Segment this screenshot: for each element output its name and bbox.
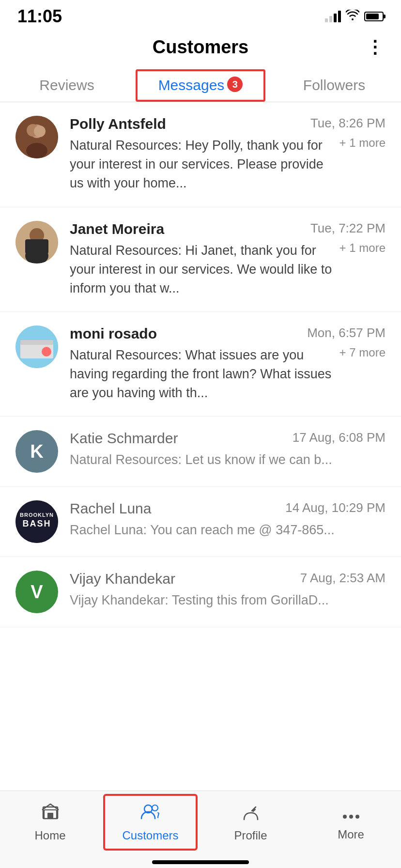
message-header-row: Katie Schmarder 17 Aug, 6:08 PM xyxy=(70,430,386,447)
list-item[interactable]: Polly Antsfeld Tue, 8:26 PM Natural Reso… xyxy=(0,102,401,207)
avatar: V xyxy=(15,571,58,613)
message-preview: Natural Resources: What issues are you h… xyxy=(70,346,335,403)
message-list: Polly Antsfeld Tue, 8:26 PM Natural Reso… xyxy=(0,102,401,627)
message-header-row: Vijay Khandekar 7 Aug, 2:53 AM xyxy=(70,571,386,587)
svg-point-2 xyxy=(26,143,47,158)
battery-icon xyxy=(364,12,384,21)
message-time: 7 Aug, 2:53 AM xyxy=(300,571,386,586)
message-header-row: moni rosado Mon, 6:57 PM xyxy=(70,326,386,342)
signal-icon xyxy=(325,11,341,22)
tabs-container: Reviews Messages3 Followers xyxy=(0,65,401,102)
message-preview: Vijay Khandekar: Testing this from Goril… xyxy=(70,591,386,610)
message-time: Tue, 8:26 PM xyxy=(310,116,386,131)
message-more: + 7 more xyxy=(339,346,386,359)
header: Customers ⋮ xyxy=(0,29,401,65)
message-time: Mon, 6:57 PM xyxy=(307,326,386,341)
status-time: 11:05 xyxy=(17,6,62,27)
svg-rect-11 xyxy=(20,340,53,345)
sender-name: Polly Antsfeld xyxy=(70,116,166,132)
message-preview: Rachel Luna: You can reach me @ 347-865.… xyxy=(70,521,386,540)
list-item[interactable]: Janet Moreira Tue, 7:22 PM Natural Resou… xyxy=(0,207,401,312)
status-bar: 11:05 xyxy=(0,0,401,29)
sender-name: moni rosado xyxy=(70,326,157,342)
list-item[interactable]: K Katie Schmarder 17 Aug, 6:08 PM Natura… xyxy=(0,417,401,487)
page-title: Customers xyxy=(153,37,249,58)
customers-icon xyxy=(140,802,161,825)
sender-name: Katie Schmarder xyxy=(70,430,178,447)
avatar xyxy=(15,221,58,264)
svg-point-24 xyxy=(349,815,353,819)
message-time: Tue, 7:22 PM xyxy=(310,221,386,236)
message-content: Rachel Luna 14 Aug, 10:29 PM Rachel Luna… xyxy=(70,500,386,540)
list-item[interactable]: moni rosado Mon, 6:57 PM Natural Resourc… xyxy=(0,312,401,417)
svg-text:BROOKLYN: BROOKLYN xyxy=(20,512,54,518)
message-more: + 1 more xyxy=(339,241,386,255)
home-indicator xyxy=(152,860,249,864)
messages-badge: 3 xyxy=(227,77,243,92)
svg-point-23 xyxy=(343,815,347,819)
svg-rect-8 xyxy=(25,239,48,254)
message-content: Katie Schmarder 17 Aug, 6:08 PM Natural … xyxy=(70,430,386,469)
home-icon xyxy=(41,802,60,825)
nav-item-more[interactable]: More xyxy=(301,791,401,853)
nav-item-home[interactable]: Home xyxy=(0,791,100,853)
message-content: moni rosado Mon, 6:57 PM Natural Resourc… xyxy=(70,326,386,403)
nav-label-home: Home xyxy=(34,829,65,842)
profile-icon xyxy=(242,802,260,825)
tab-followers[interactable]: Followers xyxy=(267,65,401,102)
message-meta: Rachel Luna: You can reach me @ 347-865.… xyxy=(70,521,386,540)
sender-name: Vijay Khandekar xyxy=(70,571,175,587)
bottom-nav: Home Customers Profile xyxy=(0,790,401,868)
svg-rect-17 xyxy=(47,813,53,819)
message-time: 17 Aug, 6:08 PM xyxy=(293,430,386,445)
svg-point-4 xyxy=(34,125,46,137)
more-icon xyxy=(342,804,360,824)
avatar: K xyxy=(15,430,58,473)
message-preview: Natural Resources: Let us know if we can… xyxy=(70,450,386,469)
avatar: BROOKLYN BASH xyxy=(15,500,58,543)
nav-label-customers: Customers xyxy=(122,829,178,842)
avatar xyxy=(15,116,58,158)
svg-point-20 xyxy=(152,805,158,811)
svg-text:BASH: BASH xyxy=(22,519,51,528)
message-content: Polly Antsfeld Tue, 8:26 PM Natural Reso… xyxy=(70,116,386,193)
message-header-row: Rachel Luna 14 Aug, 10:29 PM xyxy=(70,500,386,517)
sender-name: Janet Moreira xyxy=(70,221,164,237)
svg-point-25 xyxy=(355,815,359,819)
tab-messages[interactable]: Messages3 xyxy=(134,65,267,102)
list-item[interactable]: BROOKLYN BASH Rachel Luna 14 Aug, 10:29 … xyxy=(0,487,401,557)
sender-name: Rachel Luna xyxy=(70,500,151,517)
message-content: Vijay Khandekar 7 Aug, 2:53 AM Vijay Kha… xyxy=(70,571,386,610)
nav-label-more: More xyxy=(338,828,364,841)
message-content: Janet Moreira Tue, 7:22 PM Natural Resou… xyxy=(70,221,386,298)
nav-item-profile[interactable]: Profile xyxy=(200,791,301,853)
message-meta: Natural Resources: Hey Polly, thank you … xyxy=(70,136,386,193)
message-time: 14 Aug, 10:29 PM xyxy=(285,500,386,515)
list-item[interactable]: V Vijay Khandekar 7 Aug, 2:53 AM Vijay K… xyxy=(0,557,401,627)
message-preview: Natural Resources: Hey Polly, thank you … xyxy=(70,136,335,193)
avatar xyxy=(15,326,58,368)
message-meta: Natural Resources: What issues are you h… xyxy=(70,346,386,403)
nav-label-profile: Profile xyxy=(234,829,267,842)
message-more: + 1 more xyxy=(339,136,386,150)
wifi-icon xyxy=(346,10,359,23)
message-header-row: Janet Moreira Tue, 7:22 PM xyxy=(70,221,386,237)
svg-point-12 xyxy=(42,347,51,356)
tab-reviews[interactable]: Reviews xyxy=(0,65,134,102)
message-preview: Natural Resources: Hi Janet, thank you f… xyxy=(70,241,335,298)
nav-item-customers[interactable]: Customers xyxy=(100,791,200,853)
message-meta: Vijay Khandekar: Testing this from Goril… xyxy=(70,591,386,610)
message-header-row: Polly Antsfeld Tue, 8:26 PM xyxy=(70,116,386,132)
message-meta: Natural Resources: Let us know if we can… xyxy=(70,450,386,469)
menu-button[interactable]: ⋮ xyxy=(366,39,384,56)
status-icons xyxy=(325,10,384,23)
message-meta: Natural Resources: Hi Janet, thank you f… xyxy=(70,241,386,298)
